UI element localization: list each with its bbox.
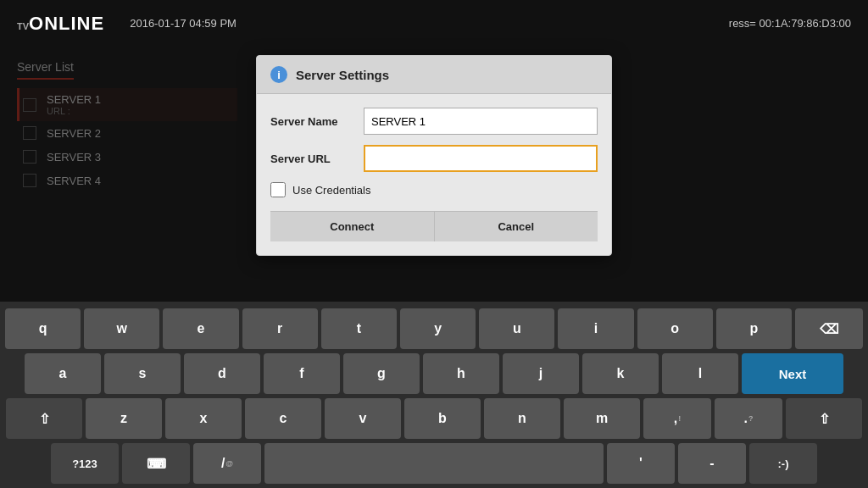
key-y[interactable]: y	[400, 308, 476, 349]
use-credentials-label[interactable]: Use Credentials	[292, 184, 371, 197]
keyboard-area: q w e r t y u i o p ⌫ a s d f g h j k l …	[0, 302, 868, 488]
key-n[interactable]: n	[484, 398, 560, 439]
key-l[interactable]: l	[662, 353, 738, 394]
emoji-key[interactable]: :-)	[749, 443, 817, 484]
main-area: Server List SERVER 1 URL : SERVER 2 SERV…	[0, 47, 868, 302]
key-r[interactable]: r	[242, 308, 318, 349]
key-m[interactable]: m	[564, 398, 640, 439]
logo-online: ONLINE	[29, 13, 104, 35]
next-button[interactable]: Next	[742, 353, 843, 394]
modal-buttons: Connect Cancel	[270, 211, 598, 241]
keyboard-row-1: q w e r t y u i o p ⌫	[5, 308, 863, 349]
logo: TV ONLINE	[17, 13, 104, 35]
key-q[interactable]: q	[5, 308, 81, 349]
modal-overlay: i Server Settings Server Name Server URL…	[0, 47, 868, 302]
key-w[interactable]: w	[84, 308, 159, 349]
topbar: TV ONLINE 2016-01-17 04:59 PM ress= 00:1…	[0, 0, 868, 47]
server-name-input[interactable]	[364, 108, 598, 135]
modal-title: Server Settings	[296, 68, 389, 82]
server-settings-modal: i Server Settings Server Name Server URL…	[256, 55, 612, 256]
key-z[interactable]: z	[86, 398, 162, 439]
key-a[interactable]: a	[25, 353, 101, 394]
key-u[interactable]: u	[479, 308, 554, 349]
key-o[interactable]: o	[637, 308, 713, 349]
key-s[interactable]: s	[104, 353, 181, 394]
keyboard-row-4: ?123 ⌨ /@ ' - :-)	[5, 443, 863, 484]
key-j[interactable]: j	[503, 353, 579, 394]
slash-key[interactable]: /@	[193, 443, 261, 484]
connect-button[interactable]: Connect	[270, 212, 435, 241]
key-b[interactable]: b	[404, 398, 481, 439]
shift-left-key[interactable]: ⇧	[6, 398, 82, 439]
key-x[interactable]: x	[165, 398, 242, 439]
key-t[interactable]: t	[321, 308, 397, 349]
datetime: 2016-01-17 04:59 PM	[130, 17, 236, 30]
key-dot[interactable]: .?	[715, 398, 782, 439]
key-comma[interactable]: ,!	[643, 398, 711, 439]
shift-right-key[interactable]: ⇧	[786, 398, 862, 439]
key-h[interactable]: h	[423, 353, 499, 394]
mac-address: ress= 00:1A:79:86:D3:00	[729, 17, 851, 30]
keyboard-row-2: a s d f g h j k l Next	[5, 353, 863, 394]
key-i[interactable]: i	[558, 308, 633, 349]
space-key[interactable]	[264, 443, 604, 484]
server-name-row: Server Name	[270, 108, 598, 135]
server-url-input[interactable]	[364, 145, 598, 172]
modal-header: i Server Settings	[257, 56, 611, 94]
server-url-label: Server URL	[270, 152, 364, 165]
key-k[interactable]: k	[582, 353, 659, 394]
key-p[interactable]: p	[716, 308, 792, 349]
apostrophe-key[interactable]: '	[607, 443, 675, 484]
key-d[interactable]: d	[184, 353, 260, 394]
info-icon: i	[270, 66, 287, 83]
key-v[interactable]: v	[325, 398, 401, 439]
logo-tv: TV	[17, 21, 29, 31]
key-c[interactable]: c	[245, 398, 321, 439]
use-credentials-checkbox[interactable]	[270, 182, 286, 197]
dash-key[interactable]: -	[678, 443, 746, 484]
server-name-label: Server Name	[270, 115, 364, 128]
layout-key[interactable]: ⌨	[122, 443, 190, 484]
key-e[interactable]: e	[163, 308, 238, 349]
use-credentials-row[interactable]: Use Credentials	[270, 182, 598, 197]
key-f[interactable]: f	[264, 353, 340, 394]
key-g[interactable]: g	[343, 353, 420, 394]
backspace-key[interactable]: ⌫	[795, 308, 863, 349]
modal-body: Server Name Server URL Use Credentials C…	[257, 94, 611, 255]
cancel-button[interactable]: Cancel	[435, 212, 598, 241]
keyboard-row-3: ⇧ z x c v b n m ,! .? ⇧	[5, 398, 863, 439]
sym-key[interactable]: ?123	[51, 443, 119, 484]
server-url-row: Server URL	[270, 145, 598, 172]
